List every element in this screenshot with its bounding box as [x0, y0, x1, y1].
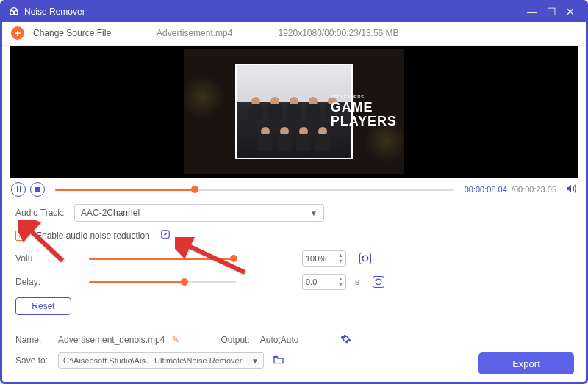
source-info: 1920x1080/00:00:23/13.56 MB: [278, 28, 398, 38]
current-time: 00:00:08.04: [465, 185, 507, 194]
output-label: Output:: [220, 335, 249, 345]
spinner-arrows[interactable]: ▲▼: [338, 276, 343, 288]
volume-reset-icon[interactable]: [359, 253, 371, 264]
saveto-label: Save to:: [15, 355, 52, 366]
pause-button[interactable]: [11, 182, 26, 197]
reset-button[interactable]: Reset: [15, 297, 71, 315]
delay-unit: s: [355, 277, 359, 287]
chevron-down-icon: ▼: [251, 357, 259, 365]
app-title: Noise Remover: [24, 7, 85, 17]
delay-slider[interactable]: [89, 281, 236, 283]
saveto-path[interactable]: C:\Aiseesoft Studio\Ais... Ultimate\Nois…: [58, 352, 264, 369]
delay-label: Delay:: [15, 277, 67, 287]
minimize-button[interactable]: ―: [523, 6, 542, 18]
player-controls: 00:00:08.04/00:00:23.05: [2, 178, 586, 197]
app-window: Noise Remover ― ☐ ✕ + Change Source File…: [0, 0, 588, 384]
volume-slider[interactable]: [89, 258, 236, 260]
volume-label: Volu: [15, 253, 67, 264]
volume-spinner[interactable]: 100% ▲▼: [302, 250, 346, 267]
audio-track-label: Audio Track:: [15, 208, 67, 218]
seek-bar[interactable]: [55, 189, 454, 191]
info-icon[interactable]: [160, 229, 171, 242]
output-name-value: Advertisement_denois.mp4: [58, 335, 165, 345]
edit-name-icon[interactable]: ✎: [172, 335, 179, 345]
source-toolbar: + Change Source File Advertisement.mp4 1…: [2, 22, 586, 46]
enable-noise-checkbox[interactable]: ✓: [15, 231, 26, 241]
stop-button[interactable]: [30, 182, 45, 197]
video-frame: ATT LEADERS GAME PLAYERS: [184, 49, 404, 174]
video-overlay-text: ATT LEADERS GAME PLAYERS: [331, 95, 397, 128]
output-settings-icon[interactable]: [340, 333, 351, 347]
app-icon: [8, 6, 20, 18]
title-bar: Noise Remover ― ☐ ✕: [2, 2, 586, 22]
name-label: Name:: [15, 335, 52, 345]
add-source-icon[interactable]: +: [11, 26, 24, 40]
settings-panel: Audio Track: AAC-2Channel ▼ ✓ Enable aud…: [2, 197, 586, 322]
open-folder-icon[interactable]: [273, 354, 284, 368]
volume-icon[interactable]: [565, 183, 577, 197]
close-button[interactable]: ✕: [561, 6, 580, 18]
total-time: /00:00:23.05: [512, 185, 556, 194]
spinner-arrows[interactable]: ▲▼: [338, 253, 343, 264]
chevron-down-icon: ▼: [310, 209, 318, 217]
video-preview[interactable]: ATT LEADERS GAME PLAYERS: [10, 46, 578, 178]
source-filename: Advertisement.mp4: [157, 28, 232, 38]
change-source-link[interactable]: Change Source File: [33, 28, 111, 38]
audio-track-select[interactable]: AAC-2Channel ▼: [74, 204, 324, 222]
maximize-button[interactable]: ☐: [542, 6, 561, 18]
output-panel: Name: Advertisement_denois.mp4 ✎ Output:…: [2, 333, 586, 382]
export-button[interactable]: Export: [478, 352, 574, 374]
delay-spinner[interactable]: 0.0 ▲▼: [302, 274, 346, 290]
enable-noise-label: Enable audio noise reduction: [36, 231, 150, 241]
output-value: Auto;Auto: [260, 335, 299, 345]
delay-reset-icon[interactable]: [373, 276, 384, 288]
